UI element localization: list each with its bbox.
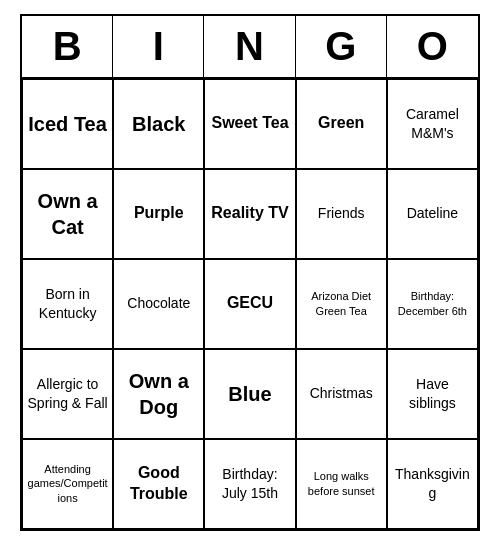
bingo-header-letter: N: [204, 16, 295, 77]
bingo-cell: Thanksgiving: [387, 439, 478, 529]
bingo-cell: Black: [113, 79, 204, 169]
bingo-header-letter: B: [22, 16, 113, 77]
bingo-cell: Sweet Tea: [204, 79, 295, 169]
bingo-cell: Purple: [113, 169, 204, 259]
bingo-header-letter: G: [296, 16, 387, 77]
bingo-cell: GECU: [204, 259, 295, 349]
bingo-header-letter: I: [113, 16, 204, 77]
bingo-cell: Caramel M&M's: [387, 79, 478, 169]
bingo-cell: Iced Tea: [22, 79, 113, 169]
bingo-cell: Long walks before sunset: [296, 439, 387, 529]
bingo-cell: Chocolate: [113, 259, 204, 349]
bingo-card: BINGO Iced TeaBlackSweet TeaGreenCaramel…: [20, 14, 480, 531]
bingo-cell: Christmas: [296, 349, 387, 439]
bingo-cell: Blue: [204, 349, 295, 439]
bingo-cell: Attending games/Competitions: [22, 439, 113, 529]
bingo-cell: Born in Kentucky: [22, 259, 113, 349]
bingo-cell: Green: [296, 79, 387, 169]
bingo-cell: Dateline: [387, 169, 478, 259]
bingo-cell: Reality TV: [204, 169, 295, 259]
bingo-cell: Friends: [296, 169, 387, 259]
bingo-cell: Good Trouble: [113, 439, 204, 529]
bingo-header-letter: O: [387, 16, 478, 77]
bingo-cell: Birthday: December 6th: [387, 259, 478, 349]
bingo-cell: Have siblings: [387, 349, 478, 439]
bingo-cell: Own a Dog: [113, 349, 204, 439]
bingo-cell: Own a Cat: [22, 169, 113, 259]
bingo-header: BINGO: [22, 16, 478, 79]
bingo-cell: Arizona Diet Green Tea: [296, 259, 387, 349]
bingo-cell: Birthday: July 15th: [204, 439, 295, 529]
bingo-grid: Iced TeaBlackSweet TeaGreenCaramel M&M's…: [22, 79, 478, 529]
bingo-cell: Allergic to Spring & Fall: [22, 349, 113, 439]
